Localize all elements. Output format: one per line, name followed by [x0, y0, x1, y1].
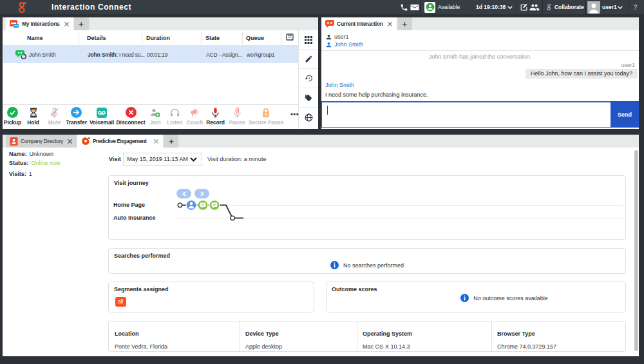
segment-badge-all[interactable]: all [115, 297, 126, 307]
join-button[interactable]: Join [146, 105, 165, 129]
listen-button[interactable]: Listen [165, 105, 185, 129]
edit-pencil-button[interactable] [299, 50, 318, 69]
header-divider [542, 0, 543, 14]
participant-name: user1 [334, 34, 349, 40]
dropdown-chevron-icon [190, 157, 197, 162]
column-header-details[interactable]: Details [87, 30, 106, 46]
user-avatar[interactable] [587, 0, 600, 14]
field-label: Status: [9, 160, 29, 166]
status-chevron-down-icon[interactable] [506, 0, 513, 14]
header-divider [420, 0, 421, 14]
close-icon[interactable] [67, 139, 73, 144]
close-icon[interactable] [64, 21, 70, 27]
visitor-info-card: Location Ponte Vedra, Florida Device Typ… [108, 321, 626, 352]
visit-label: Visit [109, 156, 121, 162]
customer-message-author[interactable]: John Smith [325, 82, 639, 88]
journey-path[interactable] [173, 197, 251, 224]
cell-duration: 00:01:19 [147, 46, 201, 63]
visitor-visits-field: Visits:1 [9, 171, 32, 177]
globe-button[interactable] [299, 108, 318, 127]
mail-icon[interactable] [409, 0, 420, 14]
tab-current-interaction[interactable]: Current Interaction [321, 17, 397, 30]
pause-icon [232, 107, 242, 118]
column-divider [201, 32, 202, 44]
vertical-scrollbar[interactable] [634, 150, 638, 351]
new-tab-button[interactable]: + [397, 17, 412, 30]
column-header-state[interactable]: State [205, 30, 220, 46]
view-toolbar-strip [298, 30, 318, 129]
collaborate-label[interactable]: Collaborate [554, 0, 584, 14]
column-header-name[interactable]: Name [27, 30, 43, 46]
tab-predictive-engagement[interactable]: Predictive Engagement [77, 135, 164, 148]
new-tab-button[interactable]: + [74, 17, 89, 30]
column-header-queue[interactable]: Queue [246, 30, 264, 46]
directory-people-icon[interactable] [529, 0, 540, 14]
chat-message-input[interactable]: Send [321, 101, 639, 128]
toolbar-button-label: Pickup [4, 119, 21, 126]
status-label[interactable]: Available [438, 0, 460, 14]
queue-view-settings-icon[interactable] [286, 34, 295, 43]
help-button[interactable]: ? [631, 0, 639, 14]
interaction-row-john-smith[interactable]: John Smith John Smith: I need so... 00:0… [3, 46, 298, 63]
tag-button[interactable] [299, 88, 318, 108]
close-icon[interactable] [387, 21, 393, 27]
header-divider [585, 0, 586, 14]
pause-button[interactable]: Pause [226, 105, 248, 129]
info-column-value: Mac OS X 10.14.3 [363, 343, 410, 350]
empty-state-text: No searches performed [343, 262, 404, 269]
segments-title: Segments assigned [114, 286, 169, 292]
disconnect-button[interactable]: Disconnect [116, 105, 146, 129]
tab-company-directory[interactable]: Company Directory [6, 135, 77, 148]
visit-select-dropdown[interactable]: May 15, 2019 11:13 AM [123, 153, 202, 166]
voicemail-button[interactable]: Voicemail [88, 105, 116, 129]
record-button[interactable]: Record [205, 105, 226, 129]
compose-icon[interactable] [518, 0, 529, 14]
participant-name-link[interactable]: John Smith [334, 41, 363, 48]
info-browser-type: Browser Type Chrome 74.0.3729.157 [491, 321, 627, 351]
status-indicator-icon[interactable] [424, 2, 435, 13]
participant-customer[interactable]: John Smith [325, 41, 639, 48]
toolbar-button-label: Pause [229, 119, 245, 126]
right-tabbar: Current Interaction + [321, 17, 639, 30]
chat-transcript[interactable]: John Smith has joined the conversation. … [321, 51, 639, 101]
info-column-label: Operating System [363, 330, 412, 337]
system-message: John Smith has joined the conversation. [321, 53, 639, 60]
pickup-button[interactable]: Pickup [3, 105, 23, 129]
journey-event-chat-accepted [209, 200, 220, 211]
user-chevron-down-icon[interactable] [616, 0, 623, 14]
column-divider [79, 32, 79, 44]
cell-details: John Smith: I need so... [88, 46, 146, 63]
app-window: Interaction Connect Available 1d 19:10:3… [0, 0, 644, 364]
secure-pause-icon [261, 107, 270, 118]
hold-button[interactable]: Hold [23, 105, 44, 129]
column-header-duration[interactable]: Duration [146, 30, 170, 46]
field-label: Name: [9, 151, 27, 157]
participant-agent[interactable]: user1 [325, 33, 639, 41]
history-button[interactable] [299, 69, 318, 88]
coach-button[interactable]: Coach [185, 105, 205, 129]
send-button[interactable]: Send [611, 101, 639, 128]
grid-view-button[interactable] [299, 30, 318, 50]
toolbar-button-label: Secure Pause [249, 119, 284, 126]
listen-icon [170, 107, 180, 118]
username-label[interactable]: user1 [602, 0, 617, 14]
tab-my-interactions[interactable]: My Interactions [6, 17, 73, 30]
info-column-label: Device Type [245, 330, 279, 337]
left-tabbar: My Interactions + [3, 17, 318, 30]
info-divider [240, 321, 240, 351]
more-actions-button[interactable]: ••• [284, 105, 299, 129]
secure-pause-button[interactable]: Secure Pause [248, 105, 284, 129]
column-divider [242, 32, 243, 44]
chat-bubble-icon [325, 20, 334, 28]
collaborate-icon[interactable] [545, 0, 554, 14]
transfer-button[interactable]: Transfer [65, 105, 88, 129]
mute-button[interactable]: Mute [44, 105, 65, 129]
visit-selected-value: May 15, 2019 11:13 AM [124, 156, 190, 162]
new-tab-button[interactable]: + [164, 135, 178, 148]
close-icon[interactable] [153, 139, 159, 144]
mute-icon [50, 107, 59, 118]
info-location: Location Ponte Vedra, Florida [109, 321, 240, 351]
info-operating-system: Operating System Mac OS X 10.14.3 [357, 321, 491, 351]
phone-icon[interactable] [399, 0, 409, 14]
tab-label: Predictive Engagement [93, 138, 147, 144]
